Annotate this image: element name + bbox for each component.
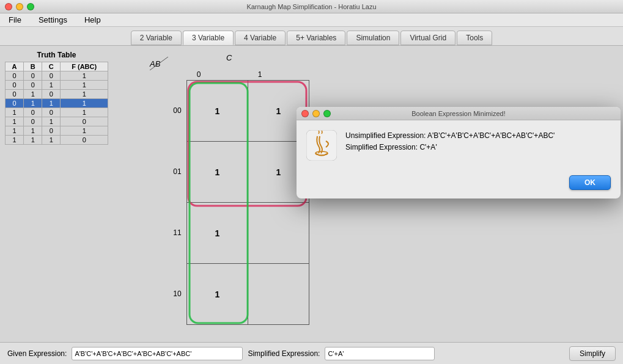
modal-simplified-value: C'+A' <box>419 143 437 151</box>
modal-close-button[interactable] <box>301 110 309 117</box>
unsimplified-label: Unsimplified Expression: <box>345 131 426 140</box>
modal-dialog: Boolean Expression Minimized! <box>297 107 621 198</box>
modal-footer: OK <box>297 170 621 198</box>
modal-text: Unsimplified Expression: A'B'C'+A'B'C+A'… <box>345 130 611 153</box>
modal-title-bar: Boolean Expression Minimized! <box>297 107 621 120</box>
modal-body: Unsimplified Expression: A'B'C'+A'B'C+A'… <box>297 120 621 170</box>
simplified-expression-line: Simplified Expression: C'+A' <box>345 142 611 153</box>
unsimplified-value: A'B'C'+A'B'C+A'BC'+A'BC+AB'C'+ABC' <box>427 131 555 140</box>
modal-overlay: Boolean Expression Minimized! <box>0 0 623 364</box>
modal-maximize-button[interactable] <box>323 110 331 117</box>
modal-title: Boolean Expression Minimized! <box>411 110 505 117</box>
java-icon <box>306 130 337 161</box>
modal-simplified-label: Simplified Expression: <box>345 143 418 151</box>
unsimplified-expression-line: Unsimplified Expression: A'B'C'+A'B'C+A'… <box>345 130 611 142</box>
modal-window-controls <box>301 110 331 117</box>
ok-button[interactable]: OK <box>569 175 611 190</box>
modal-minimize-button[interactable] <box>312 110 320 117</box>
